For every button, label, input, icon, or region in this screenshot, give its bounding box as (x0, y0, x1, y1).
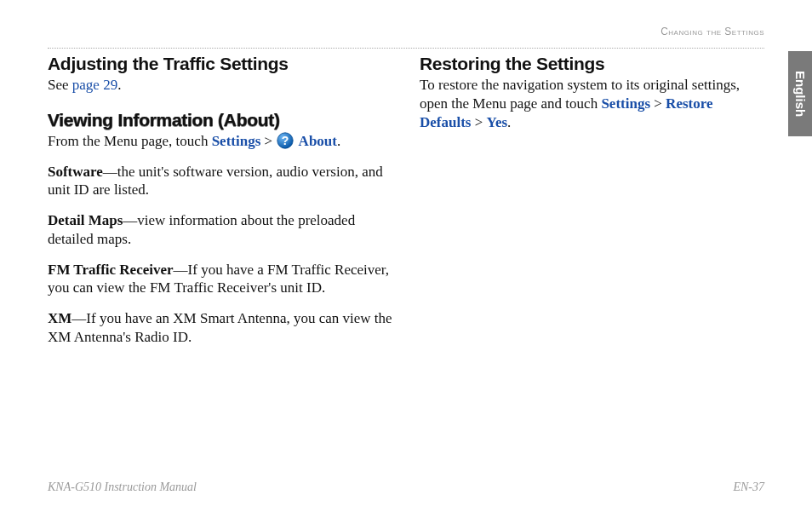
page-29-link[interactable]: page 29 (72, 77, 117, 93)
heading-restoring: Restoring the Settings (420, 54, 764, 74)
fm-traffic-para: FM Traffic Receiver—If you have a FM Tra… (48, 261, 392, 298)
software-para: Software—the unit's software version, au… (48, 163, 392, 200)
footer-manual-title: KNA-G510 Instruction Manual (48, 481, 197, 494)
header-rule (48, 48, 764, 49)
detail-maps-label: Detail Maps (48, 212, 123, 228)
page-footer: KNA-G510 Instruction Manual EN-37 (48, 481, 764, 494)
running-header: Changing the Settings (48, 26, 764, 37)
restore-para: To restore the navigation system to its … (420, 76, 764, 131)
detail-maps-para: Detail Maps—view information about the p… (48, 211, 392, 249)
see-page-line: See page 29. (48, 76, 392, 95)
footer-page-number: EN-37 (733, 481, 764, 494)
see-prefix: See (48, 77, 72, 93)
question-mark-icon: ? (277, 132, 294, 149)
about-link[interactable]: About (299, 133, 337, 149)
breadcrumb-separator: > (260, 133, 276, 149)
restore-settings-link[interactable]: Settings (601, 95, 650, 112)
restore-yes-link[interactable]: Yes (487, 114, 508, 130)
fm-traffic-label: FM Traffic Receiver (48, 262, 174, 278)
xm-para: XM—If you have an XM Smart Antenna, you … (48, 309, 392, 347)
svg-text:?: ? (282, 134, 289, 147)
heading-viewing-about: Viewing Information (About) (48, 110, 392, 130)
settings-link[interactable]: Settings (212, 133, 261, 149)
xm-label: XM (48, 310, 71, 326)
xm-text: —If you have an XM Smart Antenna, you ca… (48, 310, 392, 345)
restore-separator-2: > (471, 114, 486, 130)
about-period: . (337, 133, 340, 149)
language-tab[interactable]: English (788, 51, 812, 136)
left-column: Adjusting the Traffic Settings See page … (48, 54, 392, 359)
restore-period: . (507, 114, 511, 130)
about-prefix: From the Menu page, touch (48, 133, 212, 149)
right-column: Restoring the Settings To restore the na… (420, 54, 764, 359)
software-label: Software (48, 164, 103, 180)
restore-separator-1: > (650, 95, 666, 112)
heading-traffic-settings: Adjusting the Traffic Settings (48, 54, 392, 74)
see-period: . (117, 77, 121, 93)
about-breadcrumb-line: From the Menu page, touch Settings > ? A… (48, 132, 392, 151)
content-columns: Adjusting the Traffic Settings See page … (48, 54, 764, 359)
